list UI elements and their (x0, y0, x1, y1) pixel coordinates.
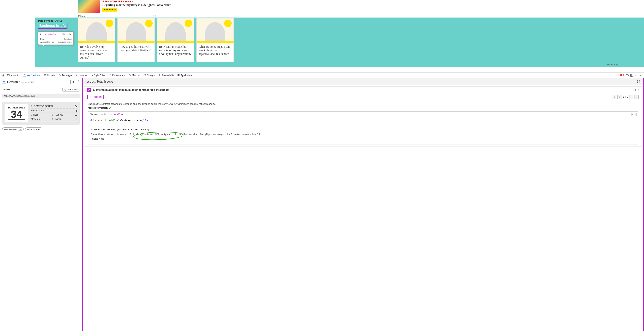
issue-name: Elements must meet minimum color contras… (93, 88, 169, 91)
svg-point-23 (4, 82, 4, 83)
highlight-button[interactable]: Highlight (88, 95, 104, 99)
total-issues-card: TOTAL ISSUES 34 (5, 104, 28, 122)
total-count: 34 (8, 109, 25, 120)
axe-title: DevTools (7, 80, 20, 84)
memory-icon (128, 74, 131, 76)
move-handle-icon[interactable] (87, 88, 91, 92)
external-link-icon (108, 107, 111, 109)
svg-rect-11 (178, 75, 178, 76)
issues-total: 34 (637, 80, 640, 84)
svg-rect-16 (628, 75, 628, 76)
element-location-box: Element Location: .dcr-ah87va </> (88, 112, 638, 118)
comment-count: 2 (155, 15, 156, 18)
svg-marker-4 (59, 74, 61, 76)
svg-rect-9 (178, 74, 178, 75)
stats-panel: TOTAL ISSUES 34 AUTOMATIC ISSUES34 Best … (2, 102, 80, 124)
chevron-down-icon (62, 20, 64, 22)
wcag-pill[interactable]: WCAG 2.1 AA (25, 128, 42, 131)
svg-rect-1 (8, 74, 10, 76)
accessibility-icon (158, 74, 161, 76)
axe-icon (23, 74, 26, 77)
tab-axe-devtools[interactable]: axe DevTools (22, 73, 42, 78)
paid-card[interactable]: How can I increase the velocity of my so… (157, 18, 194, 62)
paid-card[interactable]: How to get the most ROI from your data i… (118, 18, 155, 62)
tab-application[interactable]: Application (176, 73, 193, 78)
error-icon: ! (620, 74, 622, 76)
pager-next[interactable]: › (629, 95, 634, 99)
plus-icon (71, 81, 74, 83)
element-inspector-tooltip: h2.dcr-ah87va210 x 26 Roleheading Access… (38, 32, 74, 45)
issues-title: Issues: Total Issues (86, 80, 113, 84)
svg-rect-18 (630, 74, 632, 76)
pager-prev[interactable]: ‹ (617, 95, 622, 99)
rerun-scan-button[interactable]: Re-run scan (62, 88, 80, 92)
element-html-box: <h2 class="dcr-ah87va">Business briefs</… (88, 118, 638, 124)
svg-rect-3 (44, 74, 46, 76)
article-headline: Beguiling marine mystery is a delightful… (102, 3, 644, 7)
add-button[interactable] (70, 80, 75, 84)
tab-accessibility[interactable]: Accessibility (157, 73, 175, 78)
test-url-label: Test URL (2, 88, 12, 91)
svg-marker-28 (638, 90, 639, 90)
article-thumbnail (78, 0, 100, 13)
responsive-icon[interactable] (626, 74, 629, 77)
svg-point-7 (144, 74, 146, 75)
axe-logo-icon (2, 80, 6, 84)
tab-storage[interactable]: Storage (142, 73, 156, 78)
performance-icon (109, 74, 112, 76)
svg-rect-12 (179, 75, 180, 76)
console-icon (44, 74, 46, 76)
about-link[interactable]: About (55, 20, 64, 22)
caret-down-icon[interactable] (637, 89, 639, 91)
close-icon[interactable] (639, 74, 642, 77)
tab-style-editor[interactable]: Style Editor (89, 73, 107, 78)
devtools-panel: Inspector axe DevTools Console Debugger … (0, 72, 644, 331)
tab-debugger[interactable]: Debugger (57, 73, 74, 78)
svg-text:!: ! (621, 74, 622, 76)
tab-network[interactable]: Network (74, 73, 88, 78)
svg-point-27 (78, 82, 79, 82)
svg-point-19 (635, 75, 636, 76)
kebab-menu-icon[interactable] (77, 80, 80, 83)
paid-content-label[interactable]: Paid content (38, 20, 53, 22)
svg-point-20 (636, 75, 636, 76)
star-rating: ★★★★☆ (102, 8, 117, 12)
more-information-link[interactable]: more information (88, 106, 111, 109)
inspector-icon (7, 74, 10, 76)
best-practices-pill[interactable]: Best Practices: ON (2, 128, 24, 131)
style-icon (90, 74, 93, 76)
svg-marker-22 (2, 81, 6, 83)
related-node-label: Related Node (90, 138, 636, 140)
pager-last[interactable]: » (634, 95, 638, 99)
svg-rect-10 (179, 74, 180, 75)
network-icon (75, 74, 78, 76)
url-display: https://www.theguardian.com/us (2, 94, 80, 98)
business-briefs-heading: Business briefs (38, 23, 67, 28)
storage-icon (144, 74, 146, 76)
tab-console[interactable]: Console (42, 73, 57, 78)
svg-marker-2 (24, 74, 26, 76)
error-badge[interactable]: !2 (620, 74, 624, 76)
tab-inspector[interactable]: Inspector (6, 73, 21, 78)
pager-first[interactable]: « (612, 95, 616, 99)
inspect-element-icon[interactable] (2, 74, 4, 77)
svg-point-21 (637, 75, 637, 76)
more-icon[interactable] (635, 74, 638, 77)
tab-memory[interactable]: Memory (127, 73, 142, 78)
comment-icon (152, 15, 154, 18)
fix-detail: Element has insufficient color contrast … (90, 133, 636, 136)
svg-point-25 (78, 80, 79, 81)
paid-card[interactable]: What are some steps I can take to improv… (196, 18, 234, 62)
paid-for-label: Paid for by (607, 63, 618, 66)
paid-content-section: Paid content About Business briefs h2.dc… (35, 18, 644, 67)
dock-icon[interactable] (630, 74, 633, 77)
paid-card[interactable]: How do I evolve my governance strategy t… (78, 18, 115, 62)
fix-suggestion-box: To solve this problem, you need to fix t… (88, 126, 638, 144)
inspect-in-devtools-icon[interactable]: </> (631, 113, 636, 116)
tab-performance[interactable]: Performance (107, 73, 127, 78)
svg-point-8 (159, 74, 160, 74)
refresh-icon (64, 89, 66, 91)
article-card[interactable]: Saltsea Chronicles review Beguiling mari… (78, 0, 644, 13)
issue-row[interactable]: Elements must meet minimum color contras… (84, 86, 642, 93)
svg-rect-6 (129, 74, 130, 76)
